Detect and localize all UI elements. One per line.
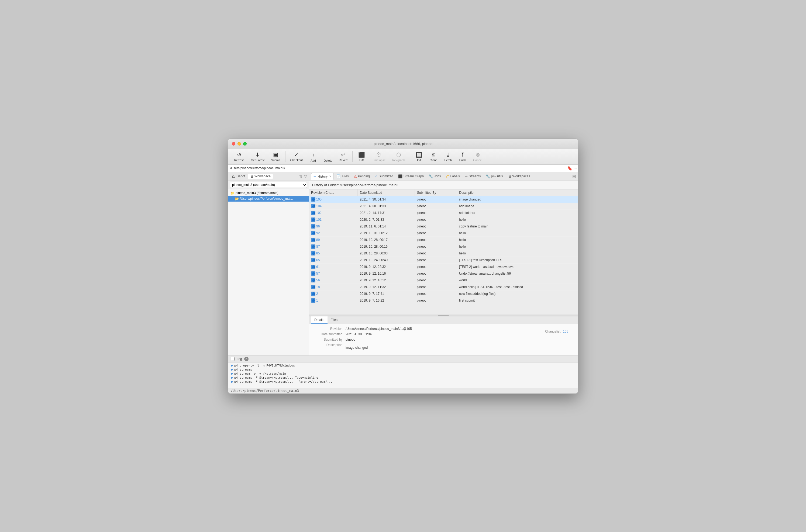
cancel-button[interactable]: ⊗ Cancel	[470, 150, 485, 163]
status-bar: /Users/pineoc/Perforce/pineoc_main3	[228, 388, 578, 394]
log-checkbox[interactable]	[231, 357, 235, 361]
revision-number: 56	[316, 279, 320, 282]
pending-tab-icon: ⚠	[354, 174, 357, 178]
date-label: Date submitted:	[313, 332, 345, 336]
tab-files[interactable]: 📄 Files	[334, 173, 351, 179]
pathbar-expand-icon[interactable]: ⋯	[574, 166, 577, 170]
cell-description: new files added (log files)	[457, 290, 578, 297]
delete-icon: －	[325, 151, 331, 158]
table-row[interactable]: 🔵962019. 11. 6. 01:14pineoccopy feature …	[309, 223, 578, 230]
tab-workspaces[interactable]: 🖥 Workspaces	[506, 173, 532, 179]
cell-description: add folders	[457, 209, 578, 216]
table-row[interactable]: 🔵652019. 10. 24. 00:40pineoc[TEST-1] tes…	[309, 256, 578, 263]
tab-p4v-utils[interactable]: 🔧 p4v utils	[484, 173, 505, 179]
depot-select[interactable]: pineoc_main3 (//stream/main)	[230, 182, 307, 188]
workspace-icon: 🖥	[250, 174, 254, 178]
cell-description: hello	[457, 250, 578, 256]
table-row[interactable]: 🔵872019. 10. 28. 00:15pineochello	[309, 243, 578, 250]
table-row[interactable]: 🔵1022021. 2. 14. 17:31pineocadd folders	[309, 209, 578, 216]
history-tab-close[interactable]: ✕	[329, 175, 331, 178]
revgraph-button[interactable]: ⬡ Revgraph	[390, 150, 408, 163]
tree-item-path[interactable]: 📂 /Users/pineoc/Perforce/pineoc_mai...	[228, 196, 308, 202]
table-row[interactable]: 🔵572019. 9. 12. 16:16pineocUndo //stream…	[309, 270, 578, 277]
revision-cell-content: 🔵85	[311, 251, 320, 255]
tab-pending[interactable]: ⚠ Pending	[352, 173, 372, 179]
table-row[interactable]: 🔵182019. 9. 12. 11:32pineocworld hello […	[309, 284, 578, 290]
details-tab-label: Details	[314, 318, 324, 322]
p4v-utils-tab-icon: 🔧	[486, 174, 490, 178]
delete-button[interactable]: － Delete	[321, 150, 335, 163]
path-input[interactable]	[229, 166, 566, 170]
col-description[interactable]: Description	[457, 189, 578, 196]
tab-stream-graph[interactable]: ⬛ Stream Graph	[396, 173, 426, 179]
tab-streams[interactable]: ⇌ Streams	[463, 173, 483, 179]
diff-button[interactable]: ⬛ Diff	[355, 150, 368, 163]
checkout-button[interactable]: ✓ Checkout	[288, 150, 305, 163]
tree-item-root[interactable]: 📁 pineoc_main3 (//stream/main)	[228, 190, 308, 196]
sort-icon[interactable]: ⇅	[299, 174, 302, 178]
revert-button[interactable]: ↩ Revert	[336, 150, 350, 163]
add-button[interactable]: ＋ Add	[306, 150, 320, 163]
log-clear-button[interactable]: ✕	[244, 357, 248, 361]
revision-type-icon: 🔵	[311, 204, 315, 208]
clone-button[interactable]: ⎘ Clone	[427, 151, 440, 163]
close-button[interactable]	[232, 142, 235, 146]
tab-history[interactable]: ↩ History ✕	[311, 173, 334, 180]
table-row[interactable]: 🔵612019. 9. 12. 22:32pineoc[TEST-2] worl…	[309, 263, 578, 270]
history-table[interactable]: Revision (Cha... Date Submitted Submitte…	[309, 189, 578, 315]
minimize-button[interactable]	[238, 142, 241, 146]
cell-revision: 🔵96	[309, 223, 358, 230]
get-latest-button[interactable]: ⬇ Get Latest	[248, 150, 267, 163]
table-row[interactable]: 🔵562019. 9. 12. 16:12pineocworld	[309, 277, 578, 284]
cell-submitted-by: pineoc	[415, 230, 457, 236]
cell-description: first submit	[457, 297, 578, 304]
cell-revision: 🔵105	[309, 196, 358, 203]
table-row[interactable]: 🔵1052021. 4. 30. 01:34pineocimage change…	[309, 196, 578, 203]
right-panel: ↩ History ✕ 📄 Files ⚠ Pending ✓ Submitte…	[309, 172, 578, 356]
detail-revision-group: Revision: /Users/pineoc/Perforce/pineoc_…	[313, 327, 540, 343]
table-row[interactable]: 🔵892019. 10. 28. 00:17pineochello	[309, 236, 578, 243]
tab-labels[interactable]: 🏷 Labels	[444, 173, 462, 179]
bookmark-icon[interactable]: 🔖	[566, 166, 574, 171]
init-button[interactable]: 🔲 Init	[412, 150, 426, 163]
table-row[interactable]: 🔵22019. 9. 7. 17:41pineocnew files added…	[309, 290, 578, 297]
table-row[interactable]: 🔵1042021. 4. 30. 01:33pineocadd image	[309, 203, 578, 209]
details-tab-files[interactable]: Files	[327, 317, 341, 324]
cell-revision: 🔵104	[309, 203, 358, 209]
submit-button[interactable]: ▣ Submit	[268, 150, 283, 163]
cell-description: image changed	[457, 196, 578, 203]
cell-submitted-by: pineoc	[415, 223, 457, 230]
filter-icon[interactable]: ▽	[304, 174, 307, 178]
revision-cell-content: 🔵92	[311, 231, 320, 235]
streams-tab-label: Streams	[469, 174, 481, 178]
log-text: p4 stream -o -v //stream/main	[234, 372, 286, 375]
maximize-button[interactable]	[243, 142, 247, 146]
tab-bar-expand[interactable]: ⊞	[572, 174, 576, 179]
tab-depot[interactable]: 🗂 Depot	[230, 174, 247, 179]
tab-bar: ↩ History ✕ 📄 Files ⚠ Pending ✓ Submitte…	[309, 172, 578, 181]
tab-submitted[interactable]: ✓ Submitted	[373, 173, 395, 179]
fetch-button[interactable]: ⤓ Fetch	[441, 150, 455, 163]
table-row[interactable]: 🔵12019. 9. 7. 16:22pineocfirst submit	[309, 297, 578, 304]
details-tab-details[interactable]: Details	[311, 317, 327, 324]
col-date[interactable]: Date Submitted	[358, 189, 415, 196]
col-revision[interactable]: Revision (Cha...	[309, 189, 358, 196]
tab-workspace[interactable]: 🖥 Workspace	[248, 174, 273, 179]
col-submitted-by[interactable]: Submitted By	[415, 189, 457, 196]
pending-tab-label: Pending	[358, 174, 370, 178]
table-row[interactable]: 🔵922019. 10. 31. 00:12pineochello	[309, 230, 578, 236]
tab-jobs[interactable]: 🔧 Jobs	[427, 173, 443, 179]
push-button[interactable]: ⤒ Push	[456, 150, 469, 163]
changelist-value[interactable]: 105	[563, 329, 568, 334]
table-row[interactable]: 🔵1012020. 2. 7. 01:33pineochello	[309, 216, 578, 223]
main-window: pineoc_main3, localhost:1666, pineoc ↺ R…	[228, 138, 578, 394]
p4v-utils-tab-label: p4v utils	[491, 174, 503, 178]
col-submitted-by-label: Submitted By	[417, 191, 436, 195]
cell-date: 2019. 9. 12. 16:16	[358, 270, 415, 277]
refresh-button[interactable]: ↺ Refresh	[231, 150, 247, 163]
table-row[interactable]: 🔵852019. 10. 28. 00:03pineochello	[309, 250, 578, 256]
depot-tab-label: Depot	[237, 174, 245, 178]
description-text: image changed	[345, 346, 368, 349]
revision-number: 18	[316, 285, 320, 289]
timelapse-button[interactable]: ⏱ Timelapse	[369, 151, 388, 163]
